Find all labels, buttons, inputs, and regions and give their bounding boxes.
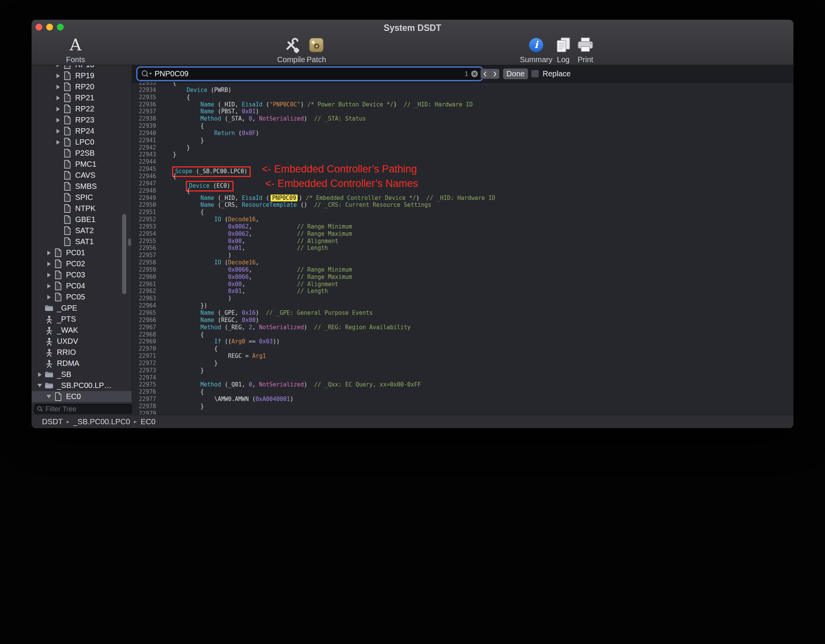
tree-item-pc05[interactable]: PC05	[32, 291, 132, 303]
tree-item-_wak[interactable]: _WAK	[32, 325, 132, 336]
tree-item-p2sb[interactable]: P2SB	[32, 148, 132, 159]
line-number: 22943	[132, 151, 156, 158]
line-number: 22948	[132, 187, 156, 195]
patch-button[interactable]: Patch	[292, 35, 341, 64]
tree-item-sat1[interactable]: SAT1	[32, 236, 132, 247]
tree-item-rdma[interactable]: RDMA	[32, 358, 132, 369]
sidebar-scrollbar[interactable]	[122, 214, 126, 294]
code-line: 22938 Method (_STA, 0, NotSerialized) //…	[132, 115, 793, 122]
code-line: 22970 {	[132, 345, 793, 353]
line-number: 22941	[132, 137, 156, 144]
fonts-button[interactable]: A Fonts	[51, 35, 100, 64]
code-view[interactable]: 22933{22934 Device (PWRB)22935 {22936 Na…	[132, 82, 793, 415]
tree-item-label: PC05	[66, 293, 85, 301]
doc-icon	[62, 171, 73, 180]
search-input[interactable]: PNP0C09	[155, 69, 465, 78]
disclosure-down-icon[interactable]	[35, 384, 44, 387]
disclosure-right-icon[interactable]	[45, 251, 53, 255]
disclosure-right-icon[interactable]	[54, 107, 62, 111]
method-icon	[44, 359, 54, 368]
tree-item-cavs[interactable]: CAVS	[32, 170, 132, 181]
print-button[interactable]: Print	[561, 35, 610, 64]
tree-item-rp18[interactable]: RP18	[32, 65, 132, 70]
code-line: 22955 0x00, // Alignment	[132, 238, 793, 245]
line-number: 22934	[132, 87, 156, 94]
tree-item-_gpe[interactable]: _GPE	[32, 303, 132, 314]
tree-item-_pts[interactable]: _PTS	[32, 314, 132, 325]
disclosure-right-icon[interactable]	[54, 140, 62, 145]
tree-item-rp19[interactable]: RP19	[32, 70, 132, 81]
tree-item-smbs[interactable]: SMBS	[32, 181, 132, 192]
line-number: 22947	[132, 180, 156, 187]
disclosure-right-icon[interactable]	[54, 129, 62, 134]
breadcrumb-item[interactable]: _SB.PC00.LPC0	[73, 417, 130, 426]
tree-item-ntpk[interactable]: NTPK	[32, 203, 132, 214]
disclosure-right-icon[interactable]	[54, 65, 62, 67]
code-line: 22958 IO (Decode16,	[132, 259, 793, 266]
filter-tree-field[interactable]: Filter Tree	[34, 404, 131, 414]
method-icon	[44, 326, 54, 335]
doc-icon	[53, 392, 63, 401]
desktop-background: System DSDT A Fonts Compile	[0, 0, 825, 644]
disclosure-right-icon[interactable]	[45, 273, 53, 277]
clear-search-icon[interactable]	[471, 70, 478, 77]
code-line: 22957 )	[132, 252, 793, 259]
doc-icon	[62, 182, 73, 191]
splitter-handle[interactable]	[128, 238, 131, 246]
tree-item-rp22[interactable]: RP22	[32, 103, 132, 114]
line-number: 22973	[132, 367, 156, 374]
tree-item-pc04[interactable]: PC04	[32, 280, 132, 291]
tree-item-spic[interactable]: SPIC	[32, 192, 132, 203]
disclosure-right-icon[interactable]	[45, 284, 53, 288]
tree-item-lpc0[interactable]: LPC0	[32, 137, 132, 148]
search-field[interactable]: PNP0C09 1	[138, 68, 482, 80]
disclosure-right-icon[interactable]	[54, 118, 62, 122]
breadcrumb-item[interactable]: DSDT	[42, 417, 63, 426]
tree-item-sat2[interactable]: SAT2	[32, 225, 132, 236]
tree-item-label: _SB.PC00.LP…	[57, 381, 111, 390]
disclosure-down-icon[interactable]	[45, 395, 53, 398]
line-number: 22976	[132, 388, 156, 396]
disclosure-right-icon[interactable]	[45, 295, 53, 299]
tree-item-pc03[interactable]: PC03	[32, 269, 132, 280]
line-number: 22933	[132, 82, 156, 87]
code-line: 22956 0x01, // Length	[132, 245, 793, 252]
tree-item-rrio[interactable]: RRIO	[32, 347, 132, 358]
find-previous-button[interactable]	[480, 69, 490, 79]
tree-item-pc01[interactable]: PC01	[32, 247, 132, 258]
find-next-button[interactable]	[490, 69, 500, 79]
doc-icon	[62, 160, 73, 169]
tree-item-rp20[interactable]: RP20	[32, 81, 132, 92]
tree-item-rp24[interactable]: RP24	[32, 126, 132, 137]
disclosure-right-icon[interactable]	[35, 372, 44, 377]
tree-item-rp23[interactable]: RP23	[32, 114, 132, 126]
code-line: 22965 Name (_GPE, 0x16) // _GPE: General…	[132, 309, 793, 317]
line-number: 22975	[132, 381, 156, 388]
tree-item-pc02[interactable]: PC02	[32, 258, 132, 269]
tree-item-_sb[interactable]: _SB	[32, 369, 132, 380]
doc-icon	[62, 93, 73, 102]
code-line: 22949 Name (_HID, EisaId (PNP0C09) /* Em…	[132, 195, 793, 202]
search-menu-icon[interactable]	[141, 70, 153, 78]
device-tree: RP18RP19RP20RP21RP22RP23RP24LPC0P2SBPMC1…	[32, 65, 132, 403]
disclosure-right-icon[interactable]	[54, 85, 62, 89]
disclosure-right-icon[interactable]	[45, 262, 53, 266]
doc-icon	[62, 127, 73, 135]
tree-item-ec0[interactable]: EC0	[32, 391, 132, 402]
tree-item-label: SPIC	[75, 193, 93, 202]
code-line: 22939 {	[132, 122, 793, 130]
tree-item-label: RRIO	[57, 348, 76, 357]
tree-item-_sb-pc00-lp[interactable]: _SB.PC00.LP…	[32, 380, 132, 391]
done-button[interactable]: Done	[503, 68, 528, 79]
replace-checkbox[interactable]	[531, 70, 539, 77]
tree-item-pmc1[interactable]: PMC1	[32, 159, 132, 170]
disclosure-right-icon[interactable]	[54, 96, 62, 100]
doc-icon	[62, 193, 73, 202]
disclosure-right-icon[interactable]	[54, 74, 62, 78]
tree-item-label: RP24	[75, 127, 94, 135]
tree-item-uxdv[interactable]: UXDV	[32, 336, 132, 347]
breadcrumb-item[interactable]: EC0	[141, 417, 156, 426]
tree-item-gbe1[interactable]: GBE1	[32, 214, 132, 225]
fonts-icon: A	[70, 36, 81, 54]
tree-item-rp21[interactable]: RP21	[32, 92, 132, 103]
